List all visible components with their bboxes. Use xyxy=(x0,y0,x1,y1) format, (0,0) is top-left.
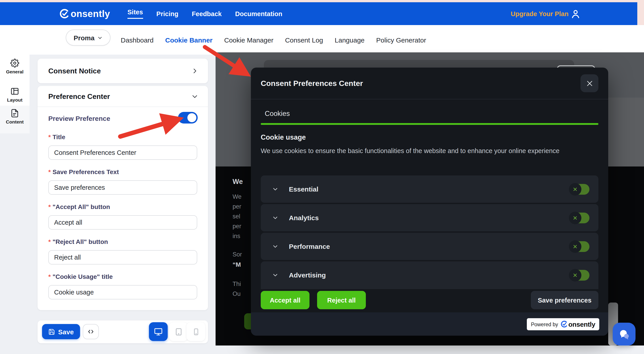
tab-cookie-manager[interactable]: Cookie Manager xyxy=(224,36,274,44)
category-row-performance[interactable]: Performance xyxy=(261,233,598,260)
consent-notice-title: Consent Notice xyxy=(48,67,101,75)
save-preferences-button[interactable]: Save preferences xyxy=(531,291,598,309)
analytics-toggle[interactable] xyxy=(570,212,590,223)
gear-icon xyxy=(10,59,19,68)
toggle-knob-x-icon xyxy=(569,183,582,195)
field-group-save-preferences-text: *Save Preferences Text xyxy=(48,168,197,195)
field-group-reject-all: *"Reject All" button xyxy=(48,238,197,264)
chat-widget-button[interactable] xyxy=(613,323,636,345)
reject-all-input[interactable] xyxy=(48,250,197,264)
accept-all-input[interactable] xyxy=(48,215,197,230)
powered-by-badge[interactable]: Powered by onsently xyxy=(527,318,599,330)
modal-title: Consent Preferences Center xyxy=(261,79,363,88)
preview-desktop-button[interactable] xyxy=(149,322,168,341)
cookie-usage-title-input[interactable] xyxy=(48,285,197,299)
cookies-tab[interactable]: Cookies xyxy=(265,110,290,118)
field-label-save-preferences-text: Save Preferences Text xyxy=(52,168,119,175)
brand-c-mark-icon xyxy=(59,8,70,19)
upgrade-plan-link[interactable]: Upgrade Your Plan xyxy=(511,2,568,25)
field-label-cookie-usage-title: "Cookie Usage" title xyxy=(52,273,113,280)
viewport: onsently Sites Pricing Feedback Document… xyxy=(0,0,644,354)
preview-mobile-button[interactable] xyxy=(186,322,205,341)
field-group-cookie-usage-title: *"Cookie Usage" title xyxy=(48,273,197,299)
save-action-card: Save xyxy=(38,320,208,343)
user-avatar-icon[interactable] xyxy=(570,9,581,19)
embed-code-button[interactable] xyxy=(83,324,99,339)
mobile-phone-icon xyxy=(192,328,200,335)
layout-icon xyxy=(10,87,19,96)
site-selector-dropdown[interactable]: Proma xyxy=(66,30,110,46)
rail-item-content[interactable]: Content xyxy=(0,109,30,124)
tab-cookie-banner[interactable]: Cookie Banner xyxy=(165,36,213,44)
accept-all-button[interactable]: Accept all xyxy=(261,291,310,309)
rail-item-general[interactable]: General xyxy=(0,59,30,74)
field-label-title: Title xyxy=(52,133,65,141)
preview-bg-text: ins xyxy=(232,233,240,239)
modal-footer: Accept all Reject all Save preferences xyxy=(251,289,608,312)
rail-item-layout[interactable]: Layout xyxy=(0,87,30,103)
chevron-right-icon xyxy=(192,68,198,76)
chat-bubbles-icon xyxy=(618,327,631,341)
consent-notice-card[interactable]: Consent Notice xyxy=(38,59,208,83)
brand-c-mark-icon xyxy=(560,320,568,328)
preview-bg-text: Sor xyxy=(232,251,242,258)
site-nav: Proma Dashboard Cookie Banner Cookie Man… xyxy=(0,25,644,55)
tab-consent-log[interactable]: Consent Log xyxy=(285,36,323,44)
save-preferences-text-input[interactable] xyxy=(48,180,197,195)
preview-bg-text: “M xyxy=(232,261,241,268)
reject-all-button[interactable]: Reject all xyxy=(317,291,366,309)
preview-tablet-button[interactable] xyxy=(169,322,188,341)
essential-toggle[interactable] xyxy=(570,184,590,194)
chevron-down-icon xyxy=(272,186,278,192)
brand-logo[interactable]: onsently xyxy=(59,2,110,25)
toggle-knob-x-icon xyxy=(569,240,582,253)
tab-dashboard[interactable]: Dashboard xyxy=(121,36,154,44)
powered-strip: Powered by onsently xyxy=(251,312,608,336)
code-brackets-icon xyxy=(87,328,94,335)
topbar-link-pricing[interactable]: Pricing xyxy=(156,10,178,17)
powered-brand-wordmark: onsently xyxy=(568,320,595,328)
topbar-link-sites[interactable]: Sites xyxy=(128,9,143,19)
required-marker: * xyxy=(48,203,51,210)
required-marker: * xyxy=(48,168,51,175)
consently-app: onsently Sites Pricing Feedback Document… xyxy=(0,0,644,354)
preview-preference-toggle[interactable] xyxy=(178,112,198,124)
category-label-performance: Performance xyxy=(289,243,330,250)
field-group-accept-all: *"Accept All" button xyxy=(48,203,197,230)
brand-wordmark: onsently xyxy=(71,8,110,19)
cookie-usage-description: We use cookies to ensure the basic funct… xyxy=(261,147,574,154)
chevron-down-icon xyxy=(98,35,103,40)
document-icon xyxy=(10,109,19,118)
performance-toggle[interactable] xyxy=(570,241,590,252)
tab-language[interactable]: Language xyxy=(335,36,365,44)
category-row-analytics[interactable]: Analytics xyxy=(261,204,598,231)
category-label-advertising: Advertising xyxy=(289,271,326,279)
topbar-link-documentation[interactable]: Documentation xyxy=(235,10,282,17)
title-input[interactable] xyxy=(48,145,197,160)
cookies-tab-underline xyxy=(261,123,598,125)
required-marker: * xyxy=(48,238,51,245)
preference-center-card: Preference Center Preview Preference *Ti… xyxy=(38,86,208,310)
tab-policy-generator[interactable]: Policy Generator xyxy=(376,36,426,44)
topbar-link-feedback[interactable]: Feedback xyxy=(192,10,222,17)
advertising-toggle[interactable] xyxy=(570,270,590,280)
rail-label-layout: Layout xyxy=(7,97,22,103)
chevron-down-icon xyxy=(272,215,278,221)
cookie-usage-heading: Cookie usage xyxy=(261,133,306,141)
chevron-down-icon[interactable] xyxy=(192,93,198,102)
divider xyxy=(251,99,608,99)
consent-preferences-modal: Consent Preferences Center Cookies Cooki… xyxy=(251,68,608,336)
category-row-essential[interactable]: Essential xyxy=(261,175,598,203)
chevron-down-icon xyxy=(272,243,278,249)
required-marker: * xyxy=(48,273,51,280)
preview-bg-text: Thi xyxy=(232,281,241,287)
toggle-knob-x-icon xyxy=(569,211,582,224)
rail-label-general: General xyxy=(6,69,24,74)
modal-close-button[interactable] xyxy=(580,74,598,92)
site-tabs: Dashboard Cookie Banner Cookie Manager C… xyxy=(121,25,426,55)
site-selector-value: Proma xyxy=(74,34,94,41)
field-label-accept-all: "Accept All" button xyxy=(52,203,110,210)
save-button-label: Save xyxy=(58,328,74,335)
desktop-monitor-icon xyxy=(154,327,163,336)
save-button[interactable]: Save xyxy=(42,324,80,339)
